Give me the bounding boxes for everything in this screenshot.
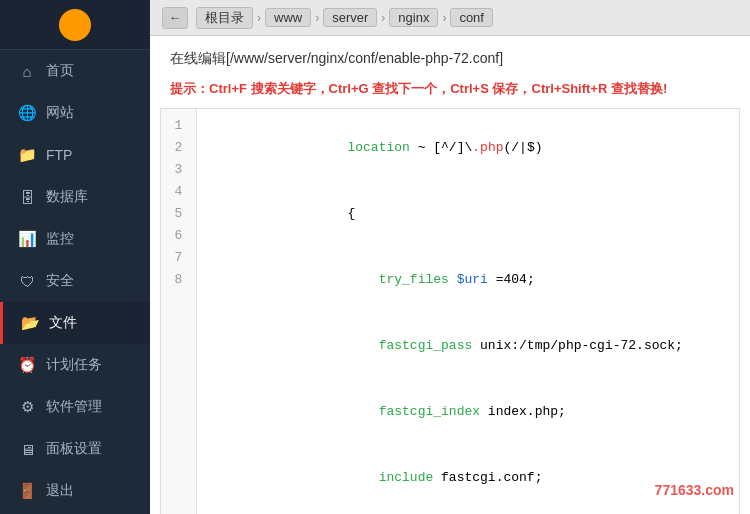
sidebar-item-website-label: 网站 — [46, 104, 74, 122]
editor-hint: 提示：Ctrl+F 搜索关键字，Ctrl+G 查找下一个，Ctrl+S 保存，C… — [150, 74, 750, 108]
sidebar-item-software[interactable]: ⚙ 软件管理 — [0, 386, 150, 428]
breadcrumb-www[interactable]: www — [265, 8, 311, 27]
sidebar-item-software-label: 软件管理 — [46, 398, 102, 416]
breadcrumb-conf[interactable]: conf — [450, 8, 493, 27]
sidebar-item-monitor[interactable]: 📊 监控 — [0, 218, 150, 260]
editor-container: 在线编辑[/www/server/nginx/conf/enable-php-7… — [150, 36, 750, 514]
breadcrumb-nginx[interactable]: nginx — [389, 8, 438, 27]
panel-icon: 🖥 — [18, 440, 36, 458]
sidebar-item-panel[interactable]: 🖥 面板设置 — [0, 428, 150, 470]
breadcrumb-root[interactable]: 根目录 — [196, 7, 253, 29]
breadcrumb-server[interactable]: server — [323, 8, 377, 27]
sidebar-item-files-label: 文件 — [49, 314, 77, 332]
sidebar-item-panel-label: 面板设置 — [46, 440, 102, 458]
sidebar-item-files[interactable]: 📂 文件 — [0, 302, 150, 344]
code-line-5: fastcgi_index index.php; — [207, 379, 729, 445]
code-line-6: include fastcgi.conf; — [207, 445, 729, 511]
breadcrumb: 根目录 › www › server › nginx › conf — [196, 7, 493, 29]
home-icon: ⌂ — [18, 62, 36, 80]
sidebar-item-ftp-label: FTP — [46, 147, 72, 163]
sidebar-item-home-label: 首页 — [46, 62, 74, 80]
sidebar-logo — [0, 0, 150, 50]
ftp-icon: 📁 — [18, 146, 36, 164]
sidebar-item-website[interactable]: 🌐 网站 — [0, 92, 150, 134]
cron-icon: ⏰ — [18, 356, 36, 374]
sidebar-item-database[interactable]: 🗄 数据库 — [0, 176, 150, 218]
sidebar-item-security[interactable]: 🛡 安全 — [0, 260, 150, 302]
code-line-1: location ~ [^/]\.php(/|$) — [207, 115, 729, 181]
sidebar-item-logout-label: 退出 — [46, 482, 74, 500]
logo-icon — [59, 9, 91, 41]
code-line-4: fastcgi_pass unix:/tmp/php-cgi-72.sock; — [207, 313, 729, 379]
sidebar-item-monitor-label: 监控 — [46, 230, 74, 248]
database-icon: 🗄 — [18, 188, 36, 206]
line-numbers: 1 2 3 4 5 6 7 8 — [161, 109, 197, 514]
monitor-icon: 📊 — [18, 230, 36, 248]
sidebar-item-cron-label: 计划任务 — [46, 356, 102, 374]
code-content[interactable]: location ~ [^/]\.php(/|$) { try_files $u… — [197, 109, 739, 514]
code-line-3: try_files $uri =404; — [207, 247, 729, 313]
back-button[interactable]: ← — [162, 7, 188, 29]
sidebar-item-cron[interactable]: ⏰ 计划任务 — [0, 344, 150, 386]
sidebar-item-logout[interactable]: 🚪 退出 — [0, 470, 150, 512]
files-icon: 📂 — [21, 314, 39, 332]
editor-title: 在线编辑[/www/server/nginx/conf/enable-php-7… — [150, 36, 750, 74]
sidebar-item-security-label: 安全 — [46, 272, 74, 290]
sidebar-item-database-label: 数据库 — [46, 188, 88, 206]
sidebar-item-home[interactable]: ⌂ 首页 — [0, 50, 150, 92]
breadcrumb-bar: ← 根目录 › www › server › nginx › conf — [150, 0, 750, 36]
logout-icon: 🚪 — [18, 482, 36, 500]
security-icon: 🛡 — [18, 272, 36, 290]
main-content: ← 根目录 › www › server › nginx › conf 在线编辑… — [150, 0, 750, 514]
website-icon: 🌐 — [18, 104, 36, 122]
sidebar-item-ftp[interactable]: 📁 FTP — [0, 134, 150, 176]
sidebar: ⌂ 首页 🌐 网站 📁 FTP 🗄 数据库 📊 监控 🛡 安全 📂 文件 ⏰ 计… — [0, 0, 150, 514]
code-line-2: { — [207, 181, 729, 247]
software-icon: ⚙ — [18, 398, 36, 416]
watermark: 771633.com — [655, 482, 734, 498]
code-editor[interactable]: 1 2 3 4 5 6 7 8 location ~ [^/]\.php(/|$… — [160, 108, 740, 514]
